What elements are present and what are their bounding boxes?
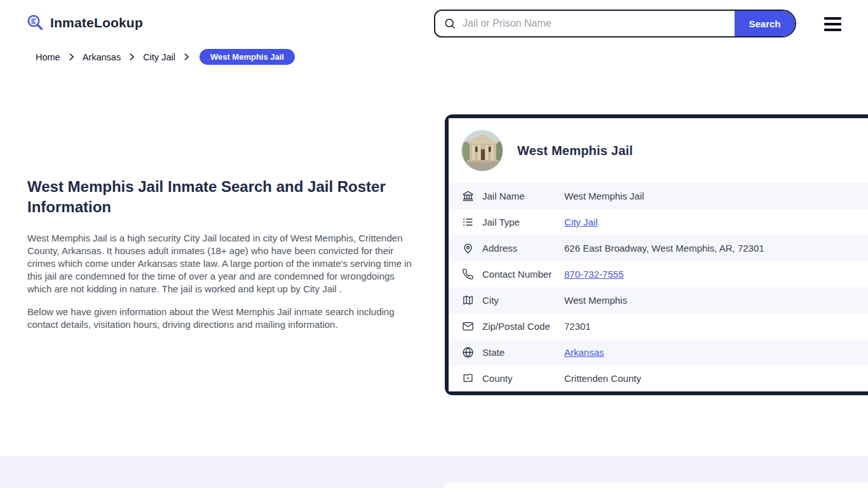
search-button[interactable]: Search — [735, 11, 795, 36]
intro-paragraph: West Memphis Jail is a high security Cit… — [27, 232, 417, 295]
row-value: Crittenden County — [564, 373, 641, 384]
row-label: City — [482, 295, 564, 306]
table-row-county: County Crittenden County — [449, 365, 868, 391]
table-row-contact-number: Contact Number 870-732-7555 — [449, 261, 868, 287]
breadcrumb: Home Arkansas City Jail West Memphis Jai… — [36, 49, 295, 65]
main-content: West Memphis Jail Inmate Search and Jail… — [27, 177, 417, 341]
envelope-icon — [462, 320, 474, 332]
map-icon — [462, 294, 474, 306]
hamburger-bar — [824, 23, 841, 25]
page-title: West Memphis Jail Inmate Search and Jail… — [27, 177, 417, 217]
info-paragraph: Below we have given information about th… — [27, 306, 417, 331]
row-value-link[interactable]: Arkansas — [564, 347, 604, 358]
row-label: Zip/Postal Code — [482, 321, 564, 332]
next-card-top-edge — [443, 482, 868, 488]
row-value-link[interactable]: City Jail — [564, 217, 598, 227]
search-icon — [444, 17, 456, 30]
table-row-address: Address 626 East Broadway, West Memphis,… — [449, 235, 868, 261]
search-input[interactable] — [456, 11, 735, 36]
flag-icon — [462, 372, 474, 384]
chevron-right-icon — [182, 53, 191, 61]
row-label: Jail Type — [482, 217, 564, 227]
jail-details-table: Jail Name West Memphis Jail Jail Type Ci… — [449, 183, 868, 391]
table-row-zip-postal-code: Zip/Postal Code 72301 — [449, 313, 868, 339]
hamburger-bar — [824, 17, 841, 20]
bank-icon — [462, 190, 474, 202]
row-value: West Memphis Jail — [564, 191, 644, 201]
logo-magnifier-icon — [25, 13, 44, 32]
breadcrumb-current-badge[interactable]: West Memphis Jail — [200, 49, 295, 65]
breadcrumb-link-city-jail[interactable]: City Jail — [143, 52, 175, 62]
search-bar: Search — [434, 10, 796, 37]
row-label: Address — [482, 243, 564, 254]
phone-icon — [462, 268, 474, 280]
chevron-right-icon — [67, 53, 76, 61]
row-value: 626 East Broadway, West Memphis, AR, 723… — [564, 243, 764, 254]
table-row-jail-type: Jail Type City Jail — [449, 209, 868, 235]
jail-card-title: West Memphis Jail — [517, 144, 633, 158]
jail-card-header: West Memphis Jail — [449, 118, 868, 183]
row-label: Contact Number — [482, 269, 564, 280]
logo-text: InmateLookup — [50, 15, 143, 30]
row-label: Jail Name — [482, 191, 564, 201]
table-row-jail-name: Jail Name West Memphis Jail — [449, 183, 868, 209]
list-icon — [462, 216, 474, 228]
map-pin-icon — [462, 242, 474, 254]
chevron-right-icon — [128, 53, 136, 61]
hamburger-menu-icon[interactable] — [824, 17, 841, 31]
row-value-link[interactable]: 870-732-7555 — [564, 269, 623, 280]
site-logo[interactable]: InmateLookup — [25, 13, 143, 32]
hamburger-bar — [824, 29, 841, 31]
jail-info-card: West Memphis Jail Jail Name West Memphis… — [445, 114, 868, 395]
breadcrumb-link-arkansas[interactable]: Arkansas — [83, 52, 121, 62]
row-label: County — [482, 373, 564, 384]
globe-icon — [462, 346, 474, 358]
row-value: 72301 — [564, 321, 591, 332]
table-row-state: State Arkansas — [449, 339, 868, 365]
row-value: West Memphis — [564, 295, 627, 306]
table-row-city: City West Memphis — [449, 287, 868, 313]
breadcrumb-link-home[interactable]: Home — [36, 52, 60, 62]
row-label: State — [482, 347, 564, 358]
jail-building-photo — [461, 130, 503, 172]
